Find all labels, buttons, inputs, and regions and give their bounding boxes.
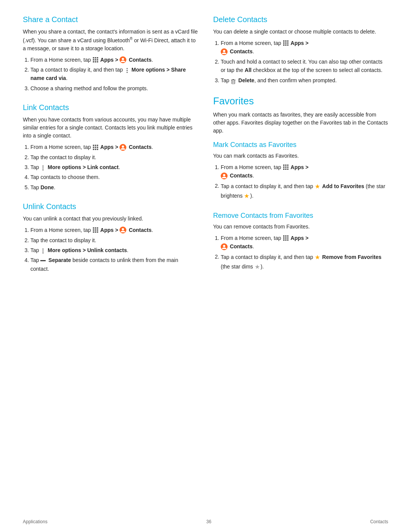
contacts-icon — [119, 227, 126, 233]
svg-point-68 — [223, 174, 225, 176]
apps-label: Apps > — [291, 235, 309, 241]
list-item: Tap the contact to display it. — [30, 153, 198, 161]
unlink-options-label: More options > Unlink contacts — [48, 247, 127, 253]
star-dim-icon: ★ — [255, 262, 260, 272]
more-options-icon — [40, 165, 46, 170]
svg-rect-6 — [93, 61, 94, 62]
unlink-contacts-section: Unlink Contacts You can unlink a contact… — [23, 202, 198, 273]
contacts-icon — [119, 56, 126, 63]
remove-favorites-title: Remove Contacts from Favorites — [213, 212, 388, 220]
svg-point-11 — [126, 68, 127, 69]
remove-favorites-intro: You can remove contacts from Favorites. — [213, 223, 388, 231]
svg-rect-48 — [283, 45, 285, 46]
list-item: Choose a sharing method and follow the p… — [30, 84, 198, 93]
star-bright-icon: ★ — [315, 182, 320, 192]
svg-rect-16 — [97, 145, 98, 146]
list-item: Tap a contact to display it, and then ta… — [221, 182, 388, 201]
svg-point-52 — [223, 50, 225, 52]
list-item: From a Home screen, tap — [30, 56, 198, 64]
done-label: Done — [40, 184, 54, 190]
svg-rect-3 — [93, 59, 94, 61]
apps-icon — [283, 164, 289, 170]
list-item: From a Home screen, tap — [221, 234, 388, 251]
svg-rect-59 — [285, 165, 287, 166]
svg-rect-77 — [287, 240, 288, 241]
svg-rect-44 — [287, 40, 288, 42]
list-item: From a Home screen, tap — [221, 39, 388, 56]
svg-rect-0 — [93, 57, 94, 59]
list-item: Tap Delete, and then confirm when prompt… — [221, 76, 388, 85]
svg-rect-46 — [285, 43, 287, 44]
svg-point-13 — [126, 72, 127, 73]
more-options-label: More options > Share name card via — [30, 67, 186, 81]
list-item: From a Home screen, tap — [221, 163, 388, 180]
contacts-label: Contacts — [129, 144, 151, 150]
svg-rect-50 — [287, 45, 288, 46]
more-options-icon — [40, 248, 46, 253]
svg-rect-42 — [283, 40, 285, 42]
apps-icon — [283, 235, 289, 241]
svg-rect-31 — [93, 230, 94, 231]
svg-rect-33 — [97, 230, 98, 231]
unlink-contacts-title: Unlink Contacts — [23, 202, 198, 211]
svg-point-38 — [122, 228, 124, 230]
link-options-label: More options > Link contact — [48, 164, 118, 170]
svg-rect-21 — [95, 149, 96, 150]
svg-rect-8 — [97, 61, 98, 62]
apps-label: Apps > — [291, 164, 309, 170]
svg-rect-76 — [285, 240, 287, 241]
separate-label: Separate — [48, 257, 71, 263]
delete-contacts-steps: From a Home screen, tap — [221, 39, 388, 85]
svg-rect-17 — [93, 147, 94, 148]
share-contact-title: Share a Contact — [23, 15, 198, 24]
list-item: Tap a contact to display it, and then ta… — [221, 252, 388, 272]
contacts-label: Contacts — [230, 48, 253, 54]
delete-contacts-section: Delete Contacts You can delete a single … — [213, 15, 388, 85]
svg-point-40 — [43, 251, 44, 252]
svg-rect-49 — [285, 45, 287, 46]
mark-favorites-intro: You can mark contacts as Favorites. — [213, 152, 388, 160]
svg-point-25 — [43, 166, 44, 167]
trash-icon — [231, 78, 236, 83]
svg-rect-61 — [283, 167, 285, 168]
svg-rect-14 — [93, 145, 94, 146]
mark-favorites-steps: From a Home screen, tap — [221, 163, 388, 201]
svg-rect-74 — [287, 237, 288, 239]
svg-rect-60 — [287, 165, 288, 166]
share-contact-steps: From a Home screen, tap — [30, 56, 198, 93]
svg-rect-19 — [97, 147, 98, 148]
link-contacts-section: Link Contacts When you have contacts fro… — [23, 103, 198, 192]
svg-rect-63 — [287, 167, 288, 168]
page-footer: Applications 36 Contacts — [0, 519, 411, 524]
svg-point-41 — [43, 252, 44, 254]
svg-rect-47 — [287, 43, 288, 44]
svg-rect-73 — [285, 237, 287, 239]
contacts-label: Contacts — [230, 173, 253, 179]
remove-favorites-label: Remove from Favorites — [322, 254, 382, 260]
svg-rect-15 — [95, 145, 96, 146]
svg-rect-45 — [283, 43, 285, 44]
svg-rect-43 — [285, 40, 287, 42]
contacts-label: Contacts — [129, 227, 151, 233]
svg-rect-5 — [97, 59, 98, 61]
svg-rect-71 — [287, 235, 288, 237]
share-contact-section: Share a Contact When you share a contact… — [23, 15, 198, 93]
apps-icon — [92, 144, 99, 150]
favorites-section: Favorites When you mark contacts as favo… — [213, 95, 388, 272]
svg-rect-2 — [97, 57, 98, 59]
svg-rect-75 — [283, 240, 285, 241]
svg-rect-34 — [93, 232, 94, 233]
delete-contacts-intro: You can delete a single contact or choos… — [213, 28, 388, 36]
link-contacts-steps: From a Home screen, tap — [30, 143, 198, 192]
all-label: All — [245, 67, 252, 73]
footer-right: Contacts — [370, 519, 388, 524]
list-item: Tap More options > Unlink contacts. — [30, 246, 198, 254]
link-contacts-title: Link Contacts — [23, 103, 198, 112]
svg-rect-30 — [97, 227, 98, 229]
contacts-icon — [221, 173, 228, 179]
delete-contacts-title: Delete Contacts — [213, 15, 388, 24]
svg-rect-70 — [285, 235, 287, 237]
favorites-title: Favorites — [213, 95, 388, 107]
svg-rect-64 — [283, 169, 285, 170]
list-item: Tap More options > Link contact. — [30, 163, 198, 171]
